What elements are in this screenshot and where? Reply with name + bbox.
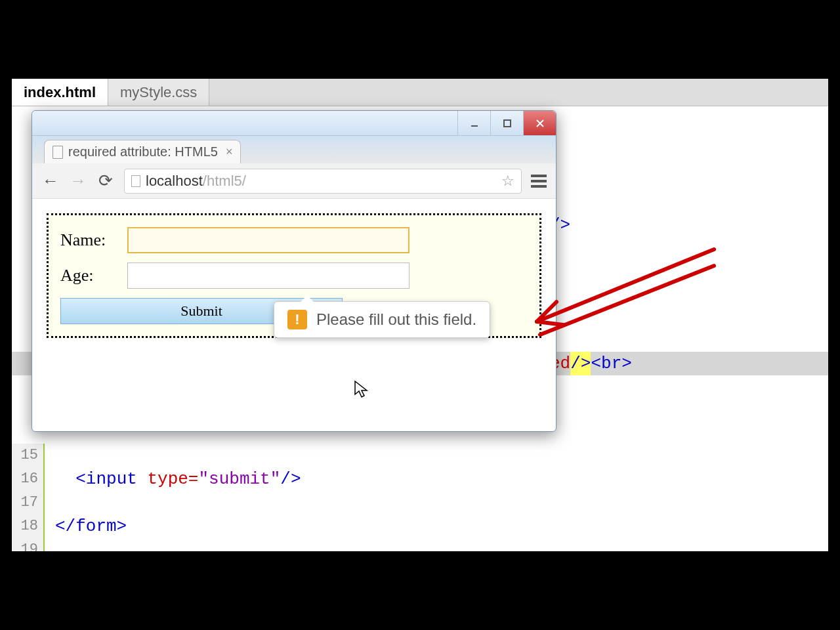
forward-button[interactable]: → [69,171,87,191]
reload-button[interactable]: ⟳ [96,171,115,191]
close-button[interactable] [523,111,556,135]
window-titlebar[interactable] [32,111,556,136]
minimize-button[interactable] [457,111,490,135]
code-line: 15 [12,444,828,467]
address-bar[interactable]: localhost/html5/ ☆ [124,169,522,194]
line-number: 16 [12,467,45,491]
forward-icon: → [70,171,87,190]
age-label: Age: [60,266,119,285]
browser-tabstrip: required attribute: HTML5 × [32,136,556,163]
editor-tab-index-html[interactable]: index.html [12,79,108,106]
line-number: 18 [12,514,45,538]
svg-rect-1 [504,120,511,127]
editor-tab-mystyle-css[interactable]: myStyle.css [108,79,209,106]
document-icon [131,175,140,187]
bookmark-star-icon[interactable]: ☆ [501,173,514,190]
code-line: 18 </form> [12,514,828,538]
file-icon [52,146,63,159]
browser-tab[interactable]: required attribute: HTML5 × [44,140,241,163]
name-label: Name: [60,230,119,250]
line-number: 17 [12,491,45,514]
validation-tooltip: ! Please fill out this field. [274,301,490,338]
line-number: 19 [12,538,45,551]
browser-toolbar: ← → ⟳ localhost/html5/ ☆ [32,163,556,199]
code-line: 17 [12,491,828,514]
warning-icon: ! [287,310,307,329]
menu-button[interactable] [531,175,547,188]
maximize-button[interactable] [490,111,523,135]
close-icon [536,119,545,128]
line-number: 15 [12,444,45,467]
minimize-icon [470,119,479,128]
hamburger-icon [531,175,547,177]
code-line: 16 <input type="submit"/> [12,467,828,491]
name-input[interactable] [127,227,410,253]
back-icon: ← [42,171,59,190]
editor-tabstrip: index.html myStyle.css [12,79,828,106]
url-text: localhost/html5/ [146,173,246,190]
reload-icon: ⟳ [98,171,113,190]
browser-window: required attribute: HTML5 × ← → ⟳ localh… [32,110,556,432]
age-input[interactable] [127,262,410,289]
letterbox-bottom [0,551,840,630]
tab-close-icon[interactable]: × [226,145,233,159]
letterbox-top [0,0,840,79]
maximize-icon [503,119,512,128]
validation-message: Please fill out this field. [316,310,476,329]
svg-rect-0 [471,125,478,127]
browser-tab-title: required attribute: HTML5 [68,144,218,159]
mouse-cursor [354,380,369,400]
back-button[interactable]: ← [41,171,60,191]
ide-window: index.html myStyle.css /> ed/><br> 15 16… [12,79,828,551]
code-line: 19 [12,538,828,551]
